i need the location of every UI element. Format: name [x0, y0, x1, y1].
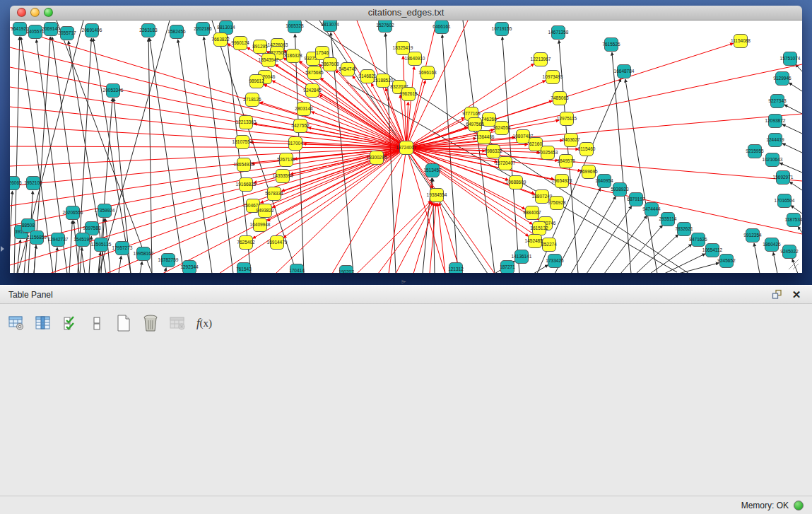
node-label: 17546	[316, 50, 329, 55]
node-label: 9115460	[578, 146, 596, 151]
node-label: 62160	[529, 141, 542, 146]
node-label: 9463627	[562, 137, 580, 142]
node-label: 9245022	[780, 249, 799, 254]
memory-status-label: Memory: OK	[741, 501, 789, 510]
function-builder-icon[interactable]: f(x)	[195, 314, 213, 332]
node-label: 12213967	[531, 57, 551, 62]
float-panel-icon[interactable]	[770, 288, 784, 301]
node-label: 8186328	[284, 53, 302, 58]
node-label: 1696163	[418, 70, 437, 75]
node-label: 17359924	[95, 208, 115, 213]
node-label: 1640954	[595, 178, 613, 183]
node-label: 19958167	[134, 251, 154, 256]
node-label: 7663822	[211, 37, 230, 42]
node-label: 11156859	[27, 235, 47, 240]
node-label: 9474444	[642, 206, 661, 211]
node-label: 317004	[288, 141, 303, 146]
node-label: 2867608	[321, 62, 339, 66]
close-panel-icon[interactable]: ✕	[789, 288, 804, 301]
network-view-desktop: citations_edges.txt 16419211405571206914…	[0, 0, 812, 285]
node-label: 9245652	[717, 258, 736, 263]
node-label: 15751074	[780, 56, 801, 61]
node-label: 9960124	[231, 40, 249, 45]
node-label: 3624554	[493, 125, 511, 130]
node-label: 5267130	[277, 157, 295, 162]
node-label: 17016504	[775, 198, 795, 203]
node-label: 1292344	[180, 264, 199, 269]
node-label: 8471626	[689, 237, 707, 242]
node-label: 18724007	[396, 145, 417, 150]
node-label: 7615526	[602, 42, 620, 47]
node-label: 8813074	[321, 22, 339, 27]
unselect-all-icon[interactable]	[88, 314, 106, 332]
node-label: 7625402	[237, 240, 255, 245]
node-label: 1582456	[167, 29, 186, 34]
delete-column-icon[interactable]	[141, 314, 160, 332]
show-columns-icon[interactable]	[34, 314, 52, 332]
node-label: 18300295	[367, 155, 387, 160]
node-label: 6466161	[433, 24, 451, 29]
chevron-right-icon[interactable]	[1, 246, 4, 252]
node-label: 2263183	[139, 28, 158, 33]
node-label: 10025453	[538, 150, 558, 155]
node-label: 16782759	[158, 257, 179, 262]
node-label: 16409948	[250, 222, 271, 227]
node-label: 10654112	[702, 247, 723, 252]
delete-table-icon	[168, 314, 187, 332]
node-label: 15720407	[495, 160, 516, 165]
node-label: 14353594	[273, 173, 293, 178]
network-window[interactable]: citations_edges.txt 16419211405571206914…	[10, 6, 802, 273]
node-label: 761543	[236, 267, 252, 271]
node-label: 190207	[339, 269, 354, 273]
node-label: 9699695	[579, 169, 598, 174]
network-graph-canvas[interactable]: 1641921140557120691402055717206914062263…	[10, 21, 802, 273]
node-label: 9242845	[303, 88, 322, 93]
node-label: 1545194	[73, 237, 92, 242]
node-label: 15188520	[373, 78, 394, 83]
node-label: 7485063	[551, 95, 569, 100]
node-label: 9756928	[548, 200, 566, 205]
new-column-icon[interactable]	[114, 314, 133, 332]
node-label: 18807249	[532, 194, 553, 199]
node-label: 2803144	[295, 106, 313, 111]
network-window-titlebar[interactable]: citations_edges.txt	[10, 6, 802, 21]
citation-network-graph[interactable]: 1641921140557120691402055717206914062263…	[10, 21, 802, 273]
node-label: 9912354	[743, 233, 762, 238]
column-settings-icon[interactable]	[7, 314, 25, 332]
node-label: 1244419	[766, 137, 784, 142]
node-label: 2055717	[58, 30, 76, 35]
node-label: 20206556	[63, 210, 83, 215]
node-label: 252274	[541, 242, 557, 247]
node-label: 746266	[481, 117, 497, 122]
node-label: 12942737	[48, 237, 69, 242]
node-label: 9097588	[83, 226, 101, 230]
node-label: 12093872	[765, 118, 786, 123]
node-label: 170414	[289, 268, 305, 273]
panel-resize-grip[interactable]: ⌲	[401, 280, 410, 284]
memory-status-indicator[interactable]	[794, 501, 804, 510]
node-label: 9215955	[746, 148, 764, 153]
node-label: 9129946	[773, 76, 792, 81]
node-label: 16648784	[614, 69, 635, 74]
node-label: 9493822	[256, 208, 274, 213]
node-label: 9777169	[462, 111, 481, 116]
node-label: 1952106	[24, 180, 42, 185]
node-label: 1849578	[557, 158, 575, 163]
node-label: 7986322	[484, 148, 502, 153]
node-label: 18107554	[233, 139, 253, 144]
node-label: 17957273	[112, 245, 133, 250]
select-all-icon[interactable]	[61, 314, 79, 332]
table-panel-title: Table Panel	[8, 290, 53, 300]
node-label: 88508	[22, 223, 35, 228]
node-label: 2202186	[194, 26, 212, 31]
node-label: 1615132	[530, 226, 548, 230]
node-label: 10973493	[543, 74, 563, 79]
node-label: 6879197	[627, 197, 645, 201]
node-label: 8813014	[217, 25, 235, 30]
node-label: 2069140	[42, 26, 60, 31]
node-label: 5678334	[265, 191, 283, 196]
node-label: 1065328	[286, 23, 304, 28]
node-label: 19384554	[427, 192, 447, 197]
node-label: 14671358	[548, 30, 569, 35]
node-label: 18325419	[393, 45, 413, 50]
